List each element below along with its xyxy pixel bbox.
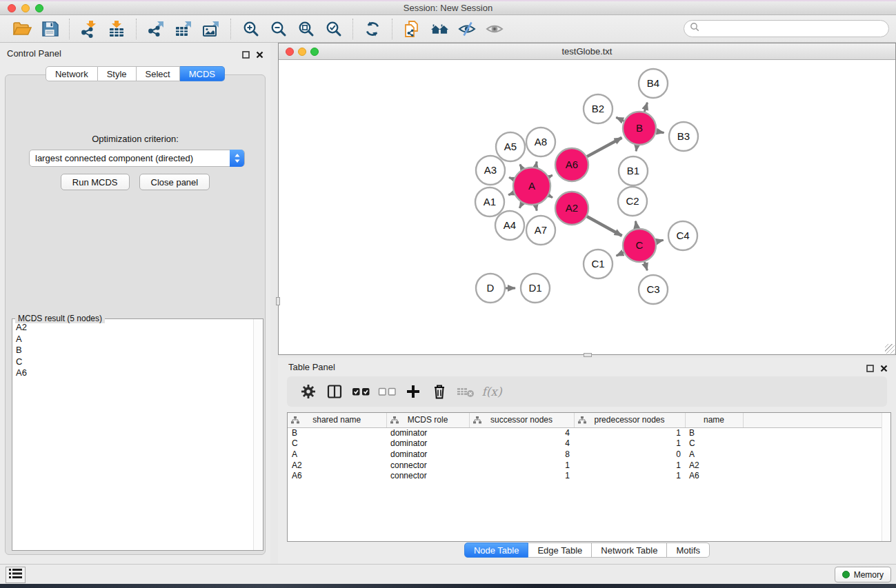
graph-node-C[interactable]: C xyxy=(623,229,656,262)
graph-node-C3[interactable]: C3 xyxy=(639,275,668,304)
table-scrollbar[interactable] xyxy=(882,413,890,541)
table-row[interactable]: Cdominator41C xyxy=(288,438,890,449)
graph-node-A7[interactable]: A7 xyxy=(526,216,555,245)
mcds-result-item[interactable]: A2 xyxy=(12,322,252,334)
run-mcds-button[interactable]: Run MCDS xyxy=(61,174,130,190)
import-table-icon[interactable] xyxy=(105,19,128,39)
select-all-icon[interactable] xyxy=(350,381,371,402)
zoom-selected-icon[interactable] xyxy=(321,19,345,39)
graph-node-B2[interactable]: B2 xyxy=(584,94,613,123)
import-network-icon[interactable] xyxy=(77,19,101,39)
network-canvas[interactable]: B4B2BB3A5A8A6A3B1AA1A2C2A4A7CC4C1C3DD1 xyxy=(279,60,895,354)
table-row[interactable]: A2connector11A2 xyxy=(288,460,890,471)
search-input[interactable] xyxy=(684,20,889,37)
apply-layout-icon[interactable] xyxy=(361,19,384,39)
column-header[interactable]: shared name xyxy=(288,413,386,427)
close-table-panel-icon[interactable] xyxy=(880,363,888,375)
graph-node-A4[interactable]: A4 xyxy=(495,211,524,240)
select-stepper-icon[interactable] xyxy=(230,150,244,167)
task-history-button[interactable] xyxy=(6,567,26,583)
graph-node-A1[interactable]: A1 xyxy=(475,187,504,216)
deselect-all-icon[interactable] xyxy=(377,381,397,402)
open-session-icon[interactable] xyxy=(10,19,34,39)
graph-node-A6[interactable]: A6 xyxy=(555,148,588,181)
graph-edge-C-C2[interactable] xyxy=(635,221,637,229)
export-image-icon[interactable] xyxy=(199,19,223,39)
close-panel-button[interactable]: Close panel xyxy=(139,174,210,190)
export-table-icon[interactable] xyxy=(172,19,195,39)
graph-edge-B-B4[interactable] xyxy=(644,103,647,112)
graph-edge-A-A6[interactable] xyxy=(549,175,552,177)
float-panel-icon[interactable] xyxy=(242,49,250,61)
eye-icon[interactable] xyxy=(483,19,506,39)
add-column-icon[interactable] xyxy=(403,381,424,402)
table-row[interactable]: Adominator80A xyxy=(288,449,890,460)
memory-button[interactable]: Memory xyxy=(835,567,891,582)
table-row[interactable]: A6connector11A6 xyxy=(288,470,890,481)
export-network-icon[interactable] xyxy=(144,19,168,39)
left-resize-handle[interactable] xyxy=(276,297,280,305)
graph-node-C4[interactable]: C4 xyxy=(668,221,697,250)
save-session-icon[interactable] xyxy=(38,19,61,39)
tab-node-table[interactable]: Node Table xyxy=(464,543,529,558)
home-icon[interactable] xyxy=(428,19,451,39)
zoom-out-icon[interactable] xyxy=(266,19,290,39)
tab-motifs[interactable]: Motifs xyxy=(667,543,710,558)
graph-edge-B-B1[interactable] xyxy=(636,145,637,152)
graph-node-D[interactable]: D xyxy=(476,274,505,303)
graph-edge-C-C3[interactable] xyxy=(644,262,647,270)
graph-node-B[interactable]: B xyxy=(623,112,656,145)
graph-node-B3[interactable]: B3 xyxy=(669,122,698,151)
graph-node-B4[interactable]: B4 xyxy=(639,69,668,98)
column-header[interactable]: predecessor nodes xyxy=(574,413,685,427)
main-titlebar[interactable]: Session: New Session xyxy=(0,0,896,15)
graph-edge-A6-B[interactable] xyxy=(587,138,622,156)
column-header[interactable]: successor nodes xyxy=(469,413,574,427)
criterion-select[interactable]: largest connected component (directed) xyxy=(29,150,245,167)
mcds-result-item[interactable]: A6 xyxy=(12,367,252,379)
graph-edge-C-C1[interactable] xyxy=(616,252,624,256)
graph-edge-A-A7[interactable] xyxy=(536,205,537,210)
tab-network-table[interactable]: Network Table xyxy=(592,543,667,558)
graph-edge-A-A5[interactable] xyxy=(520,164,523,169)
tab-mcds[interactable]: MCDS xyxy=(180,66,225,81)
graph-edge-C-C4[interactable] xyxy=(656,240,663,241)
graph-edge-A-A4[interactable] xyxy=(519,203,522,207)
mcds-result-item[interactable]: C xyxy=(12,356,252,368)
settings-gear-icon[interactable] xyxy=(298,381,319,402)
network-window-titlebar[interactable]: testGlobe.txt xyxy=(279,43,895,60)
graph-edge-A-A1[interactable] xyxy=(508,193,514,195)
bottom-resize-handle[interactable] xyxy=(584,353,592,357)
graph-edge-A-A3[interactable] xyxy=(509,177,514,179)
zoom-fit-icon[interactable] xyxy=(294,19,317,39)
clone-network-icon[interactable] xyxy=(400,19,424,39)
mcds-result-item[interactable]: B xyxy=(12,345,252,356)
graph-edge-B-B3[interactable] xyxy=(657,132,664,133)
column-header[interactable]: MCDS role xyxy=(386,413,469,427)
tab-network[interactable]: Network xyxy=(46,66,98,81)
graph-edge-A-A8[interactable] xyxy=(536,161,537,167)
table-row[interactable]: Bdominator41B xyxy=(288,427,890,438)
graph-node-A8[interactable]: A8 xyxy=(526,128,555,156)
close-panel-icon[interactable] xyxy=(256,49,263,61)
graph-node-B1[interactable]: B1 xyxy=(619,156,648,185)
window-resize-grip[interactable] xyxy=(885,344,895,354)
tab-edge-table[interactable]: Edge Table xyxy=(528,543,592,558)
show-hide-graphics-icon[interactable] xyxy=(455,19,479,39)
graph-node-A3[interactable]: A3 xyxy=(476,156,505,185)
delete-column-icon[interactable] xyxy=(429,381,450,402)
tab-select[interactable]: Select xyxy=(137,66,180,81)
graph-edge-B-B2[interactable] xyxy=(616,117,624,121)
column-header[interactable]: name xyxy=(685,413,743,427)
float-table-panel-icon[interactable] xyxy=(866,363,874,375)
graph-node-A5[interactable]: A5 xyxy=(496,132,525,161)
graph-node-D1[interactable]: D1 xyxy=(521,274,550,303)
graph-edge-A-A2[interactable] xyxy=(549,196,552,198)
graph-node-A2[interactable]: A2 xyxy=(555,192,588,225)
table-header-row[interactable]: shared nameMCDS rolesuccessor nodesprede… xyxy=(288,413,890,427)
graph-node-C2[interactable]: C2 xyxy=(618,187,647,216)
show-columns-icon[interactable] xyxy=(324,381,345,402)
graph-node-C1[interactable]: C1 xyxy=(584,250,613,278)
mcds-result-scrollbar[interactable] xyxy=(253,319,263,550)
tab-style[interactable]: Style xyxy=(98,66,137,81)
